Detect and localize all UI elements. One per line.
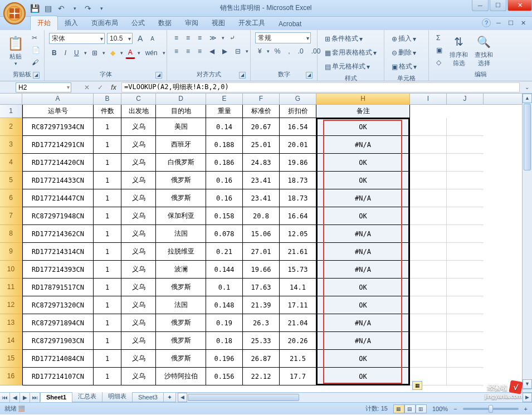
- cut-button[interactable]: ✂: [29, 32, 43, 43]
- split-handle[interactable]: [523, 389, 532, 392]
- cell[interactable]: 20.8: [243, 207, 280, 225]
- cell[interactable]: RD177214433CN: [22, 172, 94, 189]
- cell[interactable]: 折扣价: [280, 105, 316, 118]
- cell[interactable]: RD177214291CN: [22, 136, 94, 154]
- cell[interactable]: #N/A: [316, 189, 410, 207]
- qat-undo-more[interactable]: ▾: [70, 4, 79, 13]
- enter-formula-icon[interactable]: ✓: [96, 84, 105, 91]
- align-dialog[interactable]: ◢: [239, 72, 246, 79]
- autosum-button[interactable]: Σ: [433, 32, 445, 43]
- col-header-D[interactable]: D: [156, 94, 206, 104]
- cell[interactable]: RD177214393CN: [22, 261, 94, 279]
- cell[interactable]: 0.158: [206, 207, 243, 225]
- view-page-layout-button[interactable]: ▤: [404, 404, 416, 413]
- grow-font-button[interactable]: A: [135, 32, 145, 45]
- ribbon-tab-2[interactable]: 页面布局: [85, 16, 125, 30]
- office-button[interactable]: [3, 2, 26, 25]
- ribbon-close-window[interactable]: ✕: [519, 18, 528, 27]
- col-header-J[interactable]: J: [447, 94, 484, 104]
- cell[interactable]: OK: [316, 350, 410, 368]
- vertical-scrollbar[interactable]: ▲ ▼: [522, 94, 532, 392]
- percent-button[interactable]: %: [272, 46, 284, 57]
- cell[interactable]: 1: [94, 118, 121, 136]
- cell[interactable]: #N/A: [316, 332, 410, 350]
- tab-nav-first[interactable]: ⏮: [0, 393, 10, 402]
- row-header-7[interactable]: 7: [0, 207, 22, 225]
- wrap-text-button[interactable]: ⤶: [227, 32, 238, 43]
- cell[interactable]: 义乌: [121, 261, 156, 279]
- ribbon-tab-8[interactable]: Acrobat: [272, 18, 308, 30]
- cell[interactable]: [447, 243, 484, 261]
- align-bottom-button[interactable]: ≡: [195, 32, 204, 43]
- cell[interactable]: 16.54: [280, 118, 316, 136]
- font-size-combo[interactable]: 10.5: [107, 33, 133, 44]
- tab-nav-next[interactable]: ▶: [20, 393, 30, 402]
- row-header-2[interactable]: 2: [0, 118, 22, 136]
- cell[interactable]: 1: [94, 136, 121, 154]
- row-header-6[interactable]: 6: [0, 189, 22, 207]
- cell[interactable]: 12.05: [280, 225, 316, 243]
- cell[interactable]: 1: [94, 350, 121, 368]
- cancel-formula-icon[interactable]: ✕: [82, 84, 91, 91]
- row-header-15[interactable]: 15: [0, 350, 22, 368]
- cell[interactable]: 1: [94, 207, 121, 225]
- ribbon-tab-1[interactable]: 插入: [58, 16, 85, 30]
- sheet-tab-明细表[interactable]: 明细表: [102, 391, 133, 402]
- view-page-break-button[interactable]: ▥: [416, 404, 427, 413]
- cell[interactable]: 美国: [156, 118, 206, 136]
- cell[interactable]: [447, 207, 484, 225]
- currency-button[interactable]: ¥: [255, 46, 265, 57]
- italic-button[interactable]: I: [62, 47, 69, 58]
- cell[interactable]: [447, 136, 484, 154]
- cell-styles-button[interactable]: ▤ 单元格样式 ▾: [322, 60, 379, 73]
- cell[interactable]: 运单号: [22, 105, 94, 118]
- cell[interactable]: 27.01: [243, 243, 280, 261]
- cell[interactable]: 0.144: [206, 261, 243, 279]
- cell[interactable]: [447, 154, 484, 172]
- cell[interactable]: 16.64: [280, 207, 316, 225]
- view-normal-button[interactable]: ▦: [393, 404, 404, 413]
- col-header-E[interactable]: E: [206, 94, 243, 104]
- ribbon-tab-7[interactable]: 开发工具: [232, 16, 272, 30]
- maximize-button[interactable]: ☐: [490, 0, 506, 11]
- cell[interactable]: RD177214420CN: [22, 154, 94, 172]
- cell[interactable]: [447, 279, 484, 296]
- cell[interactable]: 0.188: [206, 136, 243, 154]
- clear-button[interactable]: ◇: [433, 57, 445, 68]
- cell[interactable]: [410, 261, 447, 279]
- col-header-H[interactable]: H: [316, 94, 410, 104]
- find-select-button[interactable]: 🔍 查找和 选择: [472, 32, 495, 69]
- qat-open-icon[interactable]: ▤: [43, 4, 52, 13]
- number-format-combo[interactable]: 常规: [255, 32, 311, 43]
- cell[interactable]: 19.66: [243, 261, 280, 279]
- cell[interactable]: RD177214084CN: [22, 350, 94, 368]
- cell[interactable]: 义乌: [121, 332, 156, 350]
- cell[interactable]: 19.86: [280, 154, 316, 172]
- zoom-out-button[interactable]: −: [453, 406, 457, 412]
- comma-button[interactable]: ,: [285, 46, 292, 57]
- font-name-combo[interactable]: 宋体: [49, 33, 105, 44]
- cell[interactable]: OK: [316, 118, 410, 136]
- cell[interactable]: 0.16: [206, 189, 243, 207]
- cell[interactable]: RC872971948CN: [22, 207, 94, 225]
- scroll-up-arrow[interactable]: ▲: [523, 94, 532, 103]
- cell[interactable]: 1: [94, 314, 121, 332]
- col-header-I[interactable]: I: [410, 94, 447, 104]
- cell[interactable]: 义乌: [121, 172, 156, 189]
- align-center-button[interactable]: ≡: [183, 46, 193, 57]
- cell[interactable]: 25.33: [243, 332, 280, 350]
- cell[interactable]: 1: [94, 261, 121, 279]
- cell[interactable]: 目的地: [156, 105, 206, 118]
- cell[interactable]: 标准价: [243, 105, 280, 118]
- ribbon-tab-5[interactable]: 审阅: [178, 16, 205, 30]
- cell[interactable]: [410, 296, 447, 314]
- cell[interactable]: OK: [316, 207, 410, 225]
- cell[interactable]: 义乌: [121, 207, 156, 225]
- cell[interactable]: #N/A: [316, 136, 410, 154]
- format-painter-button[interactable]: 🖌: [29, 57, 43, 68]
- cell[interactable]: 义乌: [121, 279, 156, 296]
- cell[interactable]: [447, 118, 484, 136]
- decrease-indent-button[interactable]: ◀: [207, 46, 217, 57]
- cell[interactable]: [410, 243, 447, 261]
- sheet-tab-Sheet3[interactable]: Sheet3: [132, 393, 164, 402]
